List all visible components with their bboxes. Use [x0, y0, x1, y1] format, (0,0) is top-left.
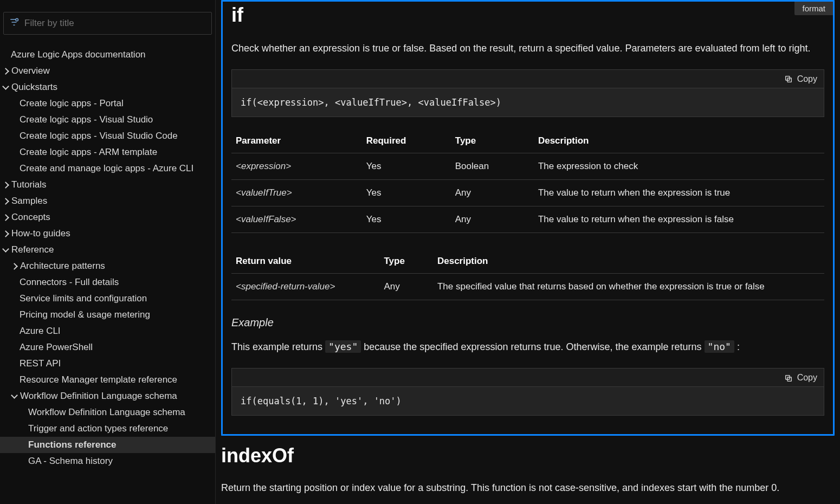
quoted-yes: "yes" [325, 340, 361, 353]
cell-required: Yes [362, 180, 451, 206]
table-row: <specified-return-value>AnyThe specified… [231, 274, 824, 300]
cell-rtype: Any [380, 274, 433, 300]
nav-item[interactable]: Azure Logic Apps documentation [0, 47, 215, 63]
col-desc: Description [534, 129, 824, 153]
cell-desc: The value to return when the expression … [534, 180, 824, 206]
nav-tree: Azure Logic Apps documentationOverviewQu… [0, 47, 215, 469]
code-example: if(equals(1, 1), 'yes', 'no') [232, 387, 824, 415]
quoted-no: "no" [705, 340, 734, 353]
nav-item[interactable]: Workflow Definition Language schema [0, 404, 215, 421]
nav-item[interactable]: Create logic apps - Visual Studio [0, 112, 215, 128]
sidebar: Azure Logic Apps documentationOverviewQu… [0, 0, 216, 504]
nav-item[interactable]: Trigger and action types reference [0, 421, 215, 437]
nav-item[interactable]: Resource Manager template reference [0, 372, 215, 388]
nav-item[interactable]: Quickstarts [0, 79, 215, 95]
cell-param: <valueIfFalse> [231, 206, 362, 233]
cell-param: <expression> [231, 153, 362, 180]
copy-button[interactable]: Copy [232, 369, 824, 387]
nav-item[interactable]: Architecture patterns [0, 258, 215, 274]
nav-item[interactable]: Functions reference [0, 437, 215, 453]
table-row: <valueIfTrue>YesAnyThe value to return w… [231, 180, 824, 206]
cell-desc: The expression to check [534, 153, 824, 180]
nav-item[interactable]: Concepts [0, 209, 215, 225]
section-if-title: if [231, 4, 824, 27]
copy-label: Copy [797, 373, 817, 383]
return-table: Return value Type Description <specified… [231, 249, 824, 300]
main-content: format if Check whether an expression is… [216, 0, 840, 504]
section-if-frame: format if Check whether an expression is… [221, 0, 835, 436]
parameters-table: Parameter Required Type Description <exp… [231, 129, 824, 233]
cell-desc: The value to return when the expression … [534, 206, 824, 233]
section-indexof: indexOf Return the starting position or … [221, 444, 835, 504]
filter-input[interactable] [24, 18, 206, 29]
nav-item[interactable]: GA - Schema history [0, 453, 215, 469]
cell-return: <specified-return-value> [231, 274, 380, 300]
copy-icon [784, 74, 793, 84]
cell-param: <valueIfTrue> [231, 180, 362, 206]
codebox-syntax: Copy if(<expression>, <valueIfTrue>, <va… [231, 69, 824, 117]
nav-item[interactable]: Samples [0, 193, 215, 209]
nav-item[interactable]: Create logic apps - ARM template [0, 144, 215, 160]
nav-item[interactable]: Create logic apps - Visual Studio Code [0, 128, 215, 144]
cell-required: Yes [362, 153, 451, 180]
cell-required: Yes [362, 206, 451, 233]
table-row: <valueIfFalse>YesAnyThe value to return … [231, 206, 824, 233]
cell-type: Any [451, 206, 534, 233]
nav-item[interactable]: How-to guides [0, 225, 215, 242]
nav-item[interactable]: Reference [0, 242, 215, 258]
copy-label: Copy [797, 74, 817, 84]
cell-rdesc: The specified value that returns based o… [433, 274, 824, 300]
col-required: Required [362, 129, 451, 153]
col-rdesc: Description [433, 249, 824, 274]
nav-item[interactable]: Connectors - Full details [0, 274, 215, 290]
col-type: Type [451, 129, 534, 153]
nav-item[interactable]: Azure PowerShell [0, 339, 215, 356]
section-indexof-description: Return the starting position or index va… [221, 481, 835, 495]
copy-button[interactable]: Copy [232, 70, 824, 88]
nav-item[interactable]: Workflow Definition Language schema [0, 388, 215, 404]
example-desc: This example returns "yes" because the s… [231, 340, 824, 354]
col-return: Return value [231, 249, 380, 274]
cell-type: Boolean [451, 153, 534, 180]
nav-item[interactable]: Service limits and configuration [0, 290, 215, 307]
codebox-example: Copy if(equals(1, 1), 'yes', 'no') [231, 368, 824, 416]
section-if-description: Check whether an expression is true or f… [231, 42, 824, 55]
nav-item[interactable]: Azure CLI [0, 323, 215, 339]
col-rtype: Type [380, 249, 433, 274]
format-tag: format [794, 2, 833, 15]
filter-by-title-field[interactable] [3, 12, 212, 35]
table-row: <expression>YesBooleanThe expression to … [231, 153, 824, 180]
example-heading: Example [231, 316, 824, 329]
col-parameter: Parameter [231, 129, 362, 153]
copy-icon [784, 373, 793, 383]
code-syntax: if(<expression>, <valueIfTrue>, <valueIf… [232, 88, 824, 117]
nav-item[interactable]: Create and manage logic apps - Azure CLI [0, 160, 215, 177]
nav-item[interactable]: Create logic apps - Portal [0, 95, 215, 112]
nav-item[interactable]: Overview [0, 63, 215, 79]
section-indexof-title: indexOf [221, 444, 835, 467]
nav-item[interactable]: Tutorials [0, 177, 215, 193]
svg-point-0 [16, 18, 18, 21]
nav-item[interactable]: REST API [0, 356, 215, 372]
filter-icon [9, 17, 24, 29]
nav-item[interactable]: Pricing model & usage metering [0, 307, 215, 323]
cell-type: Any [451, 180, 534, 206]
